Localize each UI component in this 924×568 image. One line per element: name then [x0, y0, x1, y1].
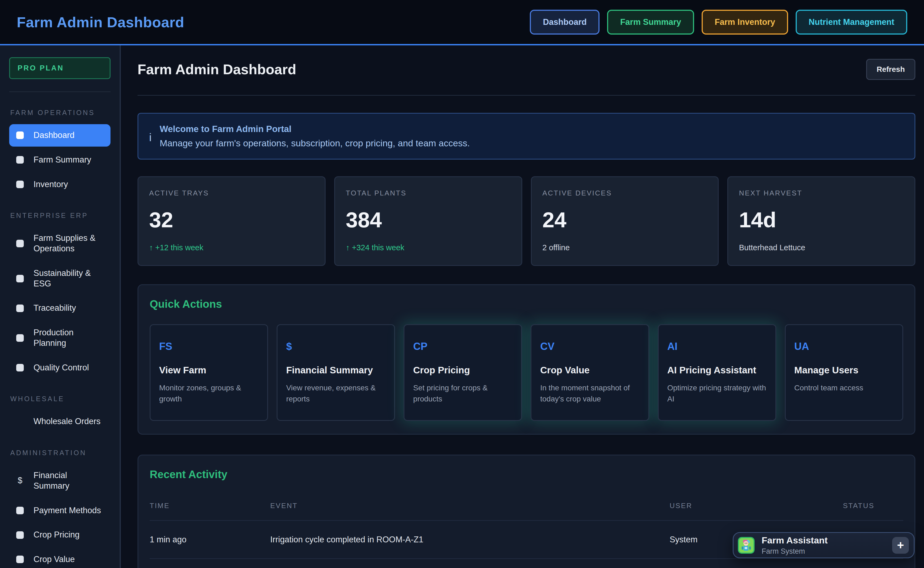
stat-value: 24 [542, 208, 707, 233]
sidebar-item-dashboard[interactable]: Dashboard [9, 124, 111, 147]
quick-action-desc: Control team access [794, 382, 894, 394]
stat-delta: ↑ +12 this week [149, 243, 314, 252]
stat-label: ACTIVE DEVICES [542, 189, 707, 197]
robot-avatar-icon [738, 537, 754, 554]
stat-value: 14d [739, 208, 904, 233]
sidebar-section-farm-operations: FARM OPERATIONS [10, 109, 111, 116]
nav-dashboard-button[interactable]: Dashboard [530, 10, 600, 35]
quick-action-crop-value[interactable]: CV Crop Value In the moment snapshot of … [531, 324, 649, 421]
sidebar-item-crop-value[interactable]: Crop Value [9, 548, 111, 568]
cv-icon: CV [540, 341, 639, 352]
welcome-banner-body: Manage your farm's operations, subscript… [160, 138, 470, 148]
sidebar-item-farm-summary[interactable]: Farm Summary [9, 149, 111, 171]
sidebar-item-financial-summary[interactable]: $ Financial Summary [9, 464, 111, 497]
stat-value: 384 [346, 208, 510, 233]
page-header-divider [138, 95, 915, 95]
sidebar-item-farm-supplies-operations[interactable]: Farm Supplies & Operations [9, 227, 111, 260]
sidebar-item-wholesale-orders[interactable]: Wholesale Orders [9, 410, 111, 433]
sidebar-item-label: Sustainability & ESG [33, 268, 103, 289]
quick-action-crop-pricing[interactable]: CP Crop Pricing Set pricing for crops & … [404, 324, 522, 421]
welcome-banner-title: Welcome to Farm Admin Portal [160, 124, 470, 134]
square-icon [16, 181, 24, 188]
stat-label: ACTIVE TRAYS [149, 189, 314, 197]
ai-icon: AI [667, 341, 767, 352]
welcome-banner: i Welcome to Farm Admin Portal Manage yo… [138, 113, 915, 160]
square-icon [16, 240, 24, 247]
refresh-button[interactable]: Refresh [866, 59, 915, 80]
sidebar-section-administration: ADMINISTRATION [10, 449, 111, 457]
quick-action-desc: Monitor zones, groups & growth [159, 382, 259, 405]
sidebar-item-quality-control[interactable]: Quality Control [9, 357, 111, 379]
recent-activity-title: Recent Activity [150, 468, 903, 480]
blank-icon [16, 418, 24, 426]
sidebar-item-traceability[interactable]: Traceability [9, 297, 111, 319]
assistant-avatar [738, 537, 754, 554]
sidebar-item-payment-methods[interactable]: Payment Methods [9, 499, 111, 522]
square-icon [16, 556, 24, 563]
table-row: 14 min ago New growth group planted: ROO… [150, 559, 903, 568]
nav-nutrient-management-button[interactable]: Nutrient Management [796, 10, 907, 35]
table-header-row: TIME EVENT USER STATUS [150, 492, 903, 521]
info-icon: i [149, 124, 151, 148]
top-header: Farm Admin Dashboard Dashboard Farm Summ… [0, 0, 924, 45]
main-content: Farm Admin Dashboard Refresh i Welcome t… [121, 45, 924, 568]
column-user: USER [670, 492, 843, 521]
stat-label: NEXT HARVEST [739, 189, 904, 197]
nav-farm-summary-button[interactable]: Farm Summary [607, 10, 694, 35]
sidebar-item-crop-pricing[interactable]: Crop Pricing [9, 524, 111, 546]
top-navigation: Dashboard Farm Summary Farm Inventory Nu… [530, 10, 907, 35]
quick-action-view-farm[interactable]: FS View Farm Monitor zones, groups & gro… [150, 324, 268, 421]
quick-action-financial-summary[interactable]: $ Financial Summary View revenue, expens… [277, 324, 395, 421]
square-icon [16, 364, 24, 372]
body-layout: PRO PLAN FARM OPERATIONS Dashboard Farm … [0, 45, 924, 568]
ua-icon: UA [794, 341, 894, 352]
sidebar-item-label: Farm Summary [33, 155, 91, 165]
sidebar-item-label: Financial Summary [33, 470, 103, 491]
stat-label: TOTAL PLANTS [346, 189, 510, 197]
cell-time: 1 min ago [150, 521, 270, 559]
quick-action-desc: View revenue, expenses & reports [286, 382, 386, 405]
sidebar-item-label: Farm Supplies & Operations [33, 233, 103, 254]
sidebar-item-label: Inventory [33, 179, 68, 190]
quick-action-title: Financial Summary [286, 365, 386, 376]
nav-farm-inventory-button[interactable]: Farm Inventory [701, 10, 788, 35]
stat-value: 32 [149, 208, 314, 233]
cell-event: New growth group planted: ROOM-A-Z1-G03 [270, 559, 670, 568]
sidebar-item-label: Dashboard [33, 130, 74, 140]
quick-action-manage-users[interactable]: UA Manage Users Control team access [785, 324, 903, 421]
cell-user: demo@farm.com [670, 559, 843, 568]
quick-action-desc: Set pricing for crops & products [413, 382, 512, 405]
quick-action-title: Crop Value [540, 365, 639, 376]
quick-action-ai-pricing-assistant[interactable]: AI AI Pricing Assistant Optimize pricing… [658, 324, 776, 421]
sidebar: PRO PLAN FARM OPERATIONS Dashboard Farm … [0, 45, 121, 568]
sidebar-item-label: Traceability [33, 303, 76, 313]
stat-card-active-devices: ACTIVE DEVICES 24 2 offline [531, 176, 719, 266]
dollar-icon: $ [16, 476, 24, 486]
sidebar-item-production-planning[interactable]: Production Planning [9, 322, 111, 355]
quick-actions-title: Quick Actions [150, 298, 903, 310]
sidebar-item-inventory[interactable]: Inventory [9, 173, 111, 196]
sidebar-item-sustainability-esg[interactable]: Sustainability & ESG [9, 262, 111, 295]
square-icon [16, 507, 24, 514]
quick-action-desc: In the moment snapshot of today's crop v… [540, 382, 639, 405]
quick-action-title: View Farm [159, 365, 259, 376]
app-title: Farm Admin Dashboard [17, 14, 184, 30]
column-time: TIME [150, 492, 270, 521]
dollar-icon: $ [286, 341, 386, 352]
square-icon [16, 131, 24, 139]
quick-action-desc: Optimize pricing strategy with AI [667, 382, 767, 405]
stat-delta: ↑ +324 this week [346, 243, 510, 252]
sidebar-section-wholesale: WHOLESALE [10, 395, 111, 403]
column-status: STATUS [843, 492, 903, 521]
page-title: Farm Admin Dashboard [138, 61, 296, 77]
assistant-expand-button[interactable]: + [892, 537, 909, 554]
page-header: Farm Admin Dashboard Refresh [138, 59, 915, 80]
quick-actions-grid: FS View Farm Monitor zones, groups & gro… [150, 324, 903, 421]
quick-action-title: Manage Users [794, 365, 894, 376]
farm-assistant-widget[interactable]: Farm Assistant Farm System + [733, 532, 915, 558]
square-icon [16, 305, 24, 312]
sidebar-item-label: Quality Control [33, 363, 89, 373]
sidebar-item-label: Crop Value [33, 554, 75, 565]
sidebar-item-label: Production Planning [33, 328, 103, 349]
sidebar-item-label: Wholesale Orders [33, 416, 100, 427]
